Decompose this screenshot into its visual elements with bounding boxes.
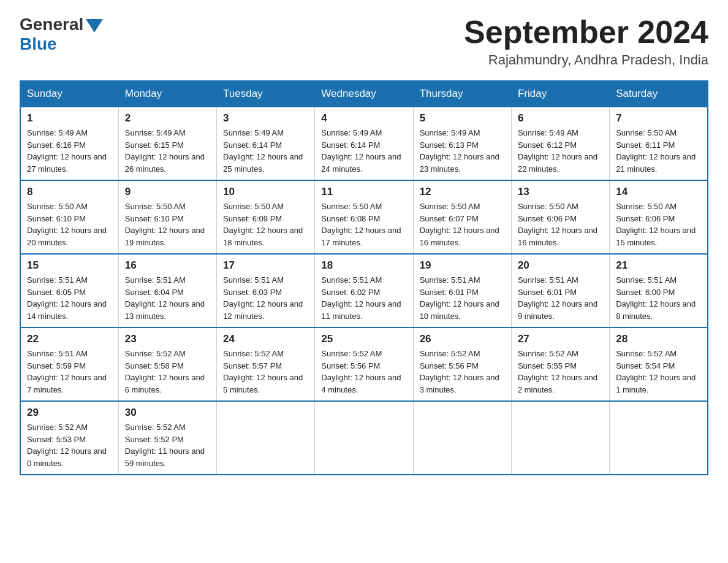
col-saturday: Saturday [610,81,708,107]
col-wednesday: Wednesday [315,81,413,107]
day-number: 18 [321,259,406,272]
day-info: Sunrise: 5:49 AMSunset: 6:12 PMDaylight:… [518,127,603,175]
day-number: 26 [420,333,505,345]
calendar-cell [511,401,609,475]
calendar-cell: 9 Sunrise: 5:50 AMSunset: 6:10 PMDayligh… [118,180,216,254]
day-number: 25 [321,333,406,345]
day-info: Sunrise: 5:51 AMSunset: 6:03 PMDaylight:… [223,274,308,322]
day-number: 16 [125,259,210,272]
calendar-cell: 10 Sunrise: 5:50 AMSunset: 6:09 PMDaylig… [217,180,315,254]
logo: General Blue [20,15,103,54]
calendar-cell: 6 Sunrise: 5:49 AMSunset: 6:12 PMDayligh… [511,107,609,180]
day-info: Sunrise: 5:49 AMSunset: 6:14 PMDaylight:… [223,127,308,175]
day-number: 21 [616,259,701,272]
day-info: Sunrise: 5:52 AMSunset: 5:57 PMDaylight:… [223,348,308,396]
month-title: September 2024 [464,15,708,50]
day-info: Sunrise: 5:50 AMSunset: 6:11 PMDaylight:… [616,127,701,175]
calendar-cell: 19 Sunrise: 5:51 AMSunset: 6:01 PMDaylig… [413,254,511,327]
calendar-cell: 11 Sunrise: 5:50 AMSunset: 6:08 PMDaylig… [315,180,413,254]
page-header: General Blue September 2024 Rajahmundry,… [20,15,708,68]
day-number: 23 [125,333,210,345]
calendar-week-3: 15 Sunrise: 5:51 AMSunset: 6:05 PMDaylig… [20,254,708,327]
day-info: Sunrise: 5:51 AMSunset: 6:02 PMDaylight:… [321,274,406,322]
day-number: 12 [420,186,505,198]
day-info: Sunrise: 5:51 AMSunset: 5:59 PMDaylight:… [27,348,112,396]
header-row: Sunday Monday Tuesday Wednesday Thursday… [20,81,708,107]
day-info: Sunrise: 5:51 AMSunset: 6:04 PMDaylight:… [125,274,210,322]
calendar-cell: 26 Sunrise: 5:52 AMSunset: 5:56 PMDaylig… [413,327,511,401]
calendar-cell: 2 Sunrise: 5:49 AMSunset: 6:15 PMDayligh… [118,107,216,180]
calendar-cell: 7 Sunrise: 5:50 AMSunset: 6:11 PMDayligh… [610,107,708,180]
day-number: 3 [223,112,308,124]
day-number: 15 [27,259,112,272]
day-info: Sunrise: 5:49 AMSunset: 6:14 PMDaylight:… [321,127,406,175]
logo-general-text: General [20,15,83,34]
col-sunday: Sunday [20,81,118,107]
logo-triangle-icon [86,19,103,33]
calendar-cell: 14 Sunrise: 5:50 AMSunset: 6:06 PMDaylig… [610,180,708,254]
day-number: 19 [420,259,505,272]
calendar-cell: 20 Sunrise: 5:51 AMSunset: 6:01 PMDaylig… [511,254,609,327]
calendar-week-5: 29 Sunrise: 5:52 AMSunset: 5:53 PMDaylig… [20,401,708,475]
day-info: Sunrise: 5:52 AMSunset: 5:58 PMDaylight:… [125,348,210,396]
col-friday: Friday [511,81,609,107]
calendar-cell [217,401,315,475]
calendar-cell: 5 Sunrise: 5:49 AMSunset: 6:13 PMDayligh… [413,107,511,180]
calendar-cell: 25 Sunrise: 5:52 AMSunset: 5:56 PMDaylig… [315,327,413,401]
calendar-cell: 27 Sunrise: 5:52 AMSunset: 5:55 PMDaylig… [511,327,609,401]
day-info: Sunrise: 5:51 AMSunset: 6:01 PMDaylight:… [420,274,505,322]
location-text: Rajahmundry, Andhra Pradesh, India [464,52,708,68]
day-number: 7 [616,112,701,124]
day-info: Sunrise: 5:52 AMSunset: 5:55 PMDaylight:… [518,348,603,396]
day-number: 5 [420,112,505,124]
day-number: 13 [518,186,603,198]
day-info: Sunrise: 5:50 AMSunset: 6:06 PMDaylight:… [518,201,603,248]
day-info: Sunrise: 5:52 AMSunset: 5:56 PMDaylight:… [321,348,406,396]
calendar-cell: 21 Sunrise: 5:51 AMSunset: 6:00 PMDaylig… [610,254,708,327]
calendar-week-2: 8 Sunrise: 5:50 AMSunset: 6:10 PMDayligh… [20,180,708,254]
calendar-cell: 18 Sunrise: 5:51 AMSunset: 6:02 PMDaylig… [315,254,413,327]
day-info: Sunrise: 5:51 AMSunset: 6:05 PMDaylight:… [27,274,112,322]
day-info: Sunrise: 5:52 AMSunset: 5:53 PMDaylight:… [27,421,112,469]
calendar-cell: 12 Sunrise: 5:50 AMSunset: 6:07 PMDaylig… [413,180,511,254]
day-info: Sunrise: 5:50 AMSunset: 6:10 PMDaylight:… [27,201,112,248]
day-info: Sunrise: 5:50 AMSunset: 6:08 PMDaylight:… [321,201,406,248]
calendar-cell: 29 Sunrise: 5:52 AMSunset: 5:53 PMDaylig… [20,401,118,475]
calendar-cell: 24 Sunrise: 5:52 AMSunset: 5:57 PMDaylig… [217,327,315,401]
day-info: Sunrise: 5:50 AMSunset: 6:07 PMDaylight:… [420,201,505,248]
day-number: 10 [223,186,308,198]
calendar-body: 1 Sunrise: 5:49 AMSunset: 6:16 PMDayligh… [20,107,708,475]
day-number: 27 [518,333,603,345]
day-number: 6 [518,112,603,124]
day-info: Sunrise: 5:52 AMSunset: 5:54 PMDaylight:… [616,348,701,396]
col-thursday: Thursday [413,81,511,107]
day-info: Sunrise: 5:50 AMSunset: 6:09 PMDaylight:… [223,201,308,248]
calendar-table: Sunday Monday Tuesday Wednesday Thursday… [20,80,708,475]
calendar-cell: 28 Sunrise: 5:52 AMSunset: 5:54 PMDaylig… [610,327,708,401]
day-number: 9 [125,186,210,198]
calendar-cell: 8 Sunrise: 5:50 AMSunset: 6:10 PMDayligh… [20,180,118,254]
day-info: Sunrise: 5:49 AMSunset: 6:13 PMDaylight:… [420,127,505,175]
day-info: Sunrise: 5:52 AMSunset: 5:52 PMDaylight:… [125,421,210,469]
day-info: Sunrise: 5:51 AMSunset: 6:00 PMDaylight:… [616,274,701,322]
calendar-cell: 15 Sunrise: 5:51 AMSunset: 6:05 PMDaylig… [20,254,118,327]
day-info: Sunrise: 5:52 AMSunset: 5:56 PMDaylight:… [420,348,505,396]
day-number: 14 [616,186,701,198]
day-info: Sunrise: 5:50 AMSunset: 6:10 PMDaylight:… [125,201,210,248]
day-number: 2 [125,112,210,124]
day-number: 8 [27,186,112,198]
calendar-cell [413,401,511,475]
day-number: 30 [125,407,210,419]
day-number: 28 [616,333,701,345]
calendar-week-4: 22 Sunrise: 5:51 AMSunset: 5:59 PMDaylig… [20,327,708,401]
calendar-header: Sunday Monday Tuesday Wednesday Thursday… [20,81,708,107]
day-info: Sunrise: 5:51 AMSunset: 6:01 PMDaylight:… [518,274,603,322]
day-number: 24 [223,333,308,345]
day-number: 17 [223,259,308,272]
calendar-cell [610,401,708,475]
day-info: Sunrise: 5:49 AMSunset: 6:16 PMDaylight:… [27,127,112,175]
calendar-cell: 3 Sunrise: 5:49 AMSunset: 6:14 PMDayligh… [217,107,315,180]
day-number: 22 [27,333,112,345]
day-number: 4 [321,112,406,124]
calendar-cell: 4 Sunrise: 5:49 AMSunset: 6:14 PMDayligh… [315,107,413,180]
